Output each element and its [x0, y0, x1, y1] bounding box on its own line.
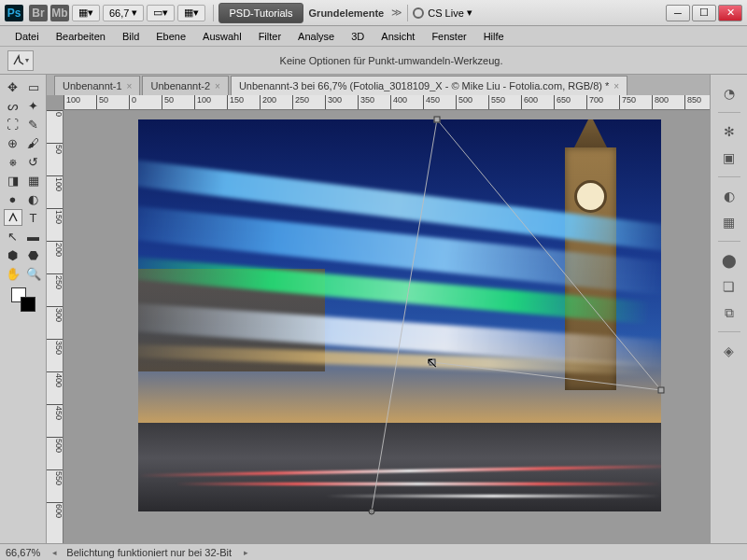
pen-tool[interactable] [4, 209, 22, 226]
tab-unbenannt-2[interactable]: Unbenannt-2× [142, 76, 228, 95]
anchor-point[interactable] [430, 359, 436, 366]
tab-unbenannt-1[interactable]: Unbenannt-1× [54, 76, 140, 95]
background-color[interactable] [21, 297, 35, 312]
menu-fenster[interactable]: Fenster [424, 28, 473, 45]
status-bar: 66,67% ◂ Belichtung funktioniert nur bei… [0, 543, 747, 560]
eraser-tool[interactable]: ◨ [4, 172, 22, 189]
close-icon[interactable]: × [127, 81, 133, 91]
type-tool[interactable]: T [24, 209, 43, 226]
color-swatches[interactable] [4, 287, 42, 314]
move-tool[interactable]: ✥ [4, 78, 22, 95]
psd-tutorials-button[interactable]: PSD-Tutorials [218, 3, 303, 23]
current-tool-indicator[interactable]: ▾ [7, 50, 34, 71]
marquee-tool[interactable]: ▭ [24, 78, 43, 95]
brushes-panel-icon[interactable]: ⬤ [717, 249, 741, 272]
photoshop-icon: Ps [5, 5, 23, 21]
3d-tool[interactable]: ⬢ [4, 246, 22, 263]
menu-ebene[interactable]: Ebene [148, 28, 193, 45]
close-button[interactable]: ✕ [718, 5, 742, 21]
healing-tool[interactable]: ⊕ [4, 134, 22, 151]
lasso-tool[interactable]: ᔕ [4, 97, 22, 114]
stamp-tool[interactable]: ⎈ [4, 153, 22, 170]
arrange-docs-button[interactable]: ▦▾ [72, 5, 100, 21]
menu-analyse[interactable]: Analyse [290, 28, 342, 45]
hand-tool[interactable]: ✋ [4, 265, 22, 282]
shape-tool[interactable]: ▬ [24, 228, 43, 245]
menu-bearbeiten[interactable]: Bearbeiten [49, 28, 113, 45]
screen-mode-button[interactable]: ▭▾ [147, 5, 175, 21]
menu-filter[interactable]: Filter [251, 28, 289, 45]
car-light-trail [176, 483, 661, 485]
adjustments-panel-icon[interactable]: ✻ [717, 120, 741, 143]
bridge-icon[interactable]: Br [29, 5, 48, 21]
paths-panel-icon[interactable]: ◈ [717, 340, 741, 362]
anchor-point[interactable] [434, 117, 441, 123]
magic-wand-tool[interactable]: ✦ [24, 97, 43, 114]
eyedropper-tool[interactable]: ✎ [24, 116, 43, 133]
vertical-ruler[interactable]: 050100150200250300350400450500550600 [47, 110, 63, 543]
dodge-tool[interactable]: ◐ [24, 190, 43, 207]
document-image [138, 119, 661, 511]
anchor-point[interactable] [369, 509, 375, 515]
minimize-button[interactable]: ─ [666, 5, 690, 21]
zoom-tool[interactable]: 🔍 [24, 265, 43, 282]
close-icon[interactable]: × [613, 81, 619, 91]
toolbox: ✥ ▭ ᔕ ✦ ⛶ ✎ ⊕ 🖌 ⎈ ↺ ◨ ▦ ● ◐ T ↖ ▬ ⬢ ⬣ ✋ … [0, 75, 47, 543]
minibridge-icon[interactable]: Mb [50, 5, 69, 21]
history-brush-tool[interactable]: ↺ [24, 153, 43, 170]
menu-datei[interactable]: Datei [7, 28, 47, 45]
convert-point-icon [12, 54, 25, 67]
maximize-button[interactable]: ☐ [692, 5, 716, 21]
zoom-level-dropdown[interactable]: 66,7 ▾ [103, 5, 144, 21]
workspace: ✥ ▭ ᔕ ✦ ⛶ ✎ ⊕ 🖌 ⎈ ↺ ◨ ▦ ● ◐ T ↖ ▬ ⬢ ⬣ ✋ … [0, 75, 747, 543]
menu-ansicht[interactable]: Ansicht [374, 28, 422, 45]
options-bar: ▾ Keine Optionen für Punkt-umwandeln-Wer… [0, 47, 747, 75]
close-icon[interactable]: × [215, 81, 220, 91]
blur-tool[interactable]: ● [4, 190, 22, 207]
brush-tool[interactable]: 🖌 [24, 134, 43, 151]
menu-3d[interactable]: 3D [344, 28, 372, 45]
chevron-right-icon[interactable]: ≫ [391, 7, 402, 19]
chevron-right-icon[interactable]: ▸ [244, 548, 248, 557]
camera-tool[interactable]: ⬣ [24, 246, 43, 263]
tab-unbenannt-3[interactable]: Unbenannt-3 bei 66,7% (Fotolia_3018109_X… [231, 76, 627, 95]
canvas[interactable]: ↖ [63, 110, 710, 543]
masks-panel-icon[interactable]: ▣ [717, 147, 741, 169]
document-area: Unbenannt-1× Unbenannt-2× Unbenannt-3 be… [47, 75, 710, 543]
status-hint: Belichtung funktioniert nur bei 32-Bit [66, 547, 232, 558]
options-message: Keine Optionen für Punkt-umwandeln-Werkz… [43, 55, 740, 66]
horizontal-ruler[interactable]: 1005005010015020025030035040045050055060… [63, 95, 710, 110]
view-extras-button[interactable]: ▦▾ [177, 5, 205, 21]
separator [213, 5, 214, 21]
cs-live-icon [413, 7, 424, 19]
menu-bar: Datei Bearbeiten Bild Ebene Auswahl Filt… [0, 26, 747, 47]
crop-tool[interactable]: ⛶ [4, 116, 22, 133]
workspace-label[interactable]: Grundelemente [309, 7, 385, 19]
menu-auswahl[interactable]: Auswahl [195, 28, 249, 45]
path-select-tool[interactable]: ↖ [4, 228, 22, 245]
separator [407, 5, 408, 21]
color-panel-icon[interactable]: ◔ [717, 82, 741, 105]
clock-face [574, 180, 607, 213]
layers-panel-icon[interactable]: ❏ [717, 275, 741, 298]
chevron-left-icon[interactable]: ◂ [52, 548, 57, 557]
zoom-status[interactable]: 66,67% [6, 547, 40, 558]
title-bar: Ps Br Mb ▦▾ 66,7 ▾ ▭▾ ▦▾ PSD-Tutorials G… [0, 0, 747, 26]
styles-panel-icon[interactable]: ◐ [717, 185, 741, 207]
car-light-trail [325, 495, 661, 497]
document-tabs: Unbenannt-1× Unbenannt-2× Unbenannt-3 be… [47, 75, 710, 95]
cs-live-button[interactable]: CS Live ▾ [413, 7, 472, 19]
menu-hilfe[interactable]: Hilfe [476, 28, 512, 45]
ruler-area: 1005005010015020025030035040045050055060… [47, 95, 710, 543]
channels-panel-icon[interactable]: ⧉ [717, 301, 741, 324]
gradient-tool[interactable]: ▦ [24, 172, 43, 189]
anchor-point[interactable] [658, 387, 665, 394]
swatches-panel-icon[interactable]: ▦ [717, 211, 741, 233]
panel-dock: ◔ ✻ ▣ ◐ ▦ ⬤ ❏ ⧉ ◈ [710, 75, 747, 543]
menu-bild[interactable]: Bild [115, 28, 147, 45]
